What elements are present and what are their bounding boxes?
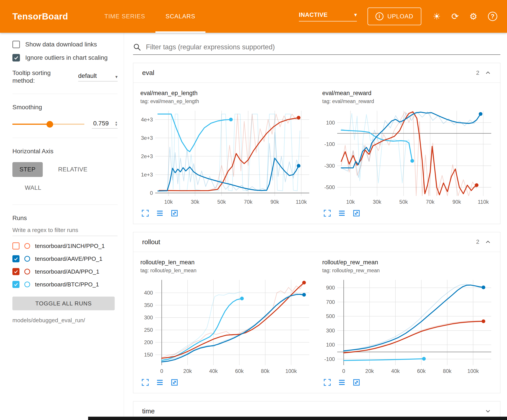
svg-text:400: 400 xyxy=(144,290,153,296)
svg-text:-100: -100 xyxy=(324,141,335,147)
svg-text:200: 200 xyxy=(144,339,153,345)
check-icon xyxy=(13,269,19,274)
spinner-down-icon[interactable]: ▾ xyxy=(115,124,117,126)
main-content: eval 2 eval/mean_ep_length tag: eval/mea… xyxy=(124,33,507,420)
run-label: tensorboard/BTC/PPO_1 xyxy=(35,281,99,288)
run-row-aave[interactable]: tensorboard/AAVE/PPO_1 xyxy=(12,252,118,265)
section-eval-header[interactable]: eval 2 xyxy=(133,63,500,83)
svg-text:4e+3: 4e+3 xyxy=(141,117,153,123)
run-label: tensorboard/AAVE/PPO_1 xyxy=(35,255,102,262)
chart-card-mean-reward: eval/mean_reward tag: eval/mean_reward 1… xyxy=(320,89,495,219)
caret-down-icon: ▾ xyxy=(115,74,118,79)
step-button[interactable]: STEP xyxy=(12,162,43,177)
run-checkbox[interactable] xyxy=(12,242,20,249)
svg-text:0: 0 xyxy=(150,190,153,196)
fullscreen-icon[interactable] xyxy=(323,379,331,386)
run-checkbox[interactable] xyxy=(12,281,20,288)
brightness-icon[interactable]: ☀ xyxy=(433,12,441,21)
data-table-icon[interactable] xyxy=(156,379,164,386)
svg-text:60k: 60k xyxy=(235,368,244,374)
fit-domain-icon[interactable] xyxy=(170,379,178,386)
header-icons: ☀ ⟳ ⚙ ? xyxy=(433,12,497,21)
fullscreen-icon[interactable] xyxy=(141,379,149,386)
chart-plot[interactable]: -100100300500700900020k40k60k80k100k xyxy=(320,277,495,376)
upload-button[interactable]: i UPLOAD xyxy=(367,7,421,25)
section-name: rollout xyxy=(142,238,160,246)
tooltip-sorting-dropdown[interactable]: default ▾ xyxy=(78,72,118,81)
chart-plot[interactable]: 100-100-300-50010k30k50k70k90k110k xyxy=(320,108,495,207)
check-icon xyxy=(13,282,19,287)
svg-text:500: 500 xyxy=(326,313,335,319)
chart-card-ep-len-mean: rollout/ep_len_mean tag: rollout/ep_len_… xyxy=(138,258,314,388)
bottom-scrollbar[interactable] xyxy=(88,417,507,420)
runs-subdirectory: models/debugged_eval_run/ xyxy=(12,317,118,324)
toggle-all-runs-button[interactable]: TOGGLE ALL RUNS xyxy=(12,296,115,310)
runs-filter-input[interactable] xyxy=(12,223,118,236)
section-name: eval xyxy=(142,69,154,76)
data-table-icon[interactable] xyxy=(338,209,346,217)
relative-button[interactable]: RELATIVE xyxy=(51,162,95,177)
chart-title: rollout/ep_rew_mean xyxy=(322,259,495,266)
horizontal-axis-label: Horizontal Axis xyxy=(12,147,118,155)
smoothing-input[interactable]: 0.759 ▴▾ xyxy=(92,120,118,129)
tab-time-series[interactable]: TIME SERIES xyxy=(94,0,155,33)
fit-domain-icon[interactable] xyxy=(352,379,360,386)
svg-text:90k: 90k xyxy=(452,199,461,205)
section-name: time xyxy=(142,407,155,415)
run-color-circle xyxy=(24,282,30,287)
ignore-outliers-checkbox[interactable]: Ignore outliers in chart scaling xyxy=(12,54,118,62)
settings-icon[interactable]: ⚙ xyxy=(469,12,477,21)
tab-scalars[interactable]: SCALARS xyxy=(155,0,205,33)
help-icon[interactable]: ? xyxy=(488,12,497,21)
run-list: tensorboard/1INCH/PPO_1 tensorboard/AAVE… xyxy=(12,240,118,291)
svg-text:0: 0 xyxy=(342,368,345,374)
smoothing-label: Smoothing xyxy=(12,103,118,111)
chevron-up-icon[interactable] xyxy=(485,239,491,245)
chart-title: rollout/ep_len_mean xyxy=(140,259,314,266)
svg-text:-100: -100 xyxy=(324,356,335,362)
svg-text:2e+3: 2e+3 xyxy=(141,153,153,159)
status-dropdown[interactable]: INACTIVE ▾ xyxy=(299,12,357,21)
run-row-ada[interactable]: tensorboard/ADA/PPO_1 xyxy=(12,265,118,278)
section-rollout-header[interactable]: rollout 2 xyxy=(133,232,500,252)
chart-card-ep-rew-mean: rollout/ep_rew_mean tag: rollout/ep_rew_… xyxy=(320,258,495,388)
svg-text:900: 900 xyxy=(326,285,335,291)
svg-text:20k: 20k xyxy=(365,368,374,374)
run-row-btc[interactable]: tensorboard/BTC/PPO_1 xyxy=(12,278,118,291)
slider-thumb[interactable] xyxy=(47,121,53,128)
chevron-up-icon[interactable] xyxy=(485,70,491,76)
run-checkbox[interactable] xyxy=(12,255,20,262)
svg-text:100k: 100k xyxy=(467,368,479,374)
svg-text:30k: 30k xyxy=(191,199,199,205)
tag-filter xyxy=(133,43,500,55)
svg-text:700: 700 xyxy=(326,299,335,305)
svg-text:-500: -500 xyxy=(324,184,335,190)
wall-button[interactable]: WALL xyxy=(18,180,49,195)
info-icon: i xyxy=(375,12,383,20)
smoothing-slider[interactable] xyxy=(12,124,84,125)
fullscreen-icon[interactable] xyxy=(323,209,331,217)
section-eval: eval 2 eval/mean_ep_length tag: eval/mea… xyxy=(133,63,500,224)
chart-title: eval/mean_ep_length xyxy=(140,90,314,97)
data-table-icon[interactable] xyxy=(338,379,346,386)
run-row-1inch[interactable]: tensorboard/1INCH/PPO_1 xyxy=(12,240,118,252)
refresh-icon[interactable]: ⟳ xyxy=(451,12,459,21)
chart-plot[interactable]: 01e+32e+33e+34e+310k30k50k70k90k110k xyxy=(138,108,314,207)
chart-plot[interactable]: 150200250300350400020k40k60k80k100k xyxy=(138,277,314,376)
divider xyxy=(12,94,118,94)
svg-text:-300: -300 xyxy=(324,163,335,169)
chevron-down-icon[interactable] xyxy=(485,408,491,414)
svg-text:40k: 40k xyxy=(209,368,218,374)
chart-card-mean-ep-length: eval/mean_ep_length tag: eval/mean_ep_le… xyxy=(138,89,314,219)
fit-domain-icon[interactable] xyxy=(352,209,360,217)
fullscreen-icon[interactable] xyxy=(141,209,149,217)
data-table-icon[interactable] xyxy=(156,209,164,217)
checkbox-label: Ignore outliers in chart scaling xyxy=(25,54,108,61)
run-checkbox[interactable] xyxy=(12,268,20,275)
tag-filter-input[interactable] xyxy=(145,43,500,51)
svg-text:100: 100 xyxy=(326,120,335,126)
svg-text:100: 100 xyxy=(326,342,335,348)
fit-domain-icon[interactable] xyxy=(170,209,178,217)
show-download-links-checkbox[interactable]: Show data download links xyxy=(12,41,118,48)
number-spinner[interactable]: ▴▾ xyxy=(115,121,117,126)
